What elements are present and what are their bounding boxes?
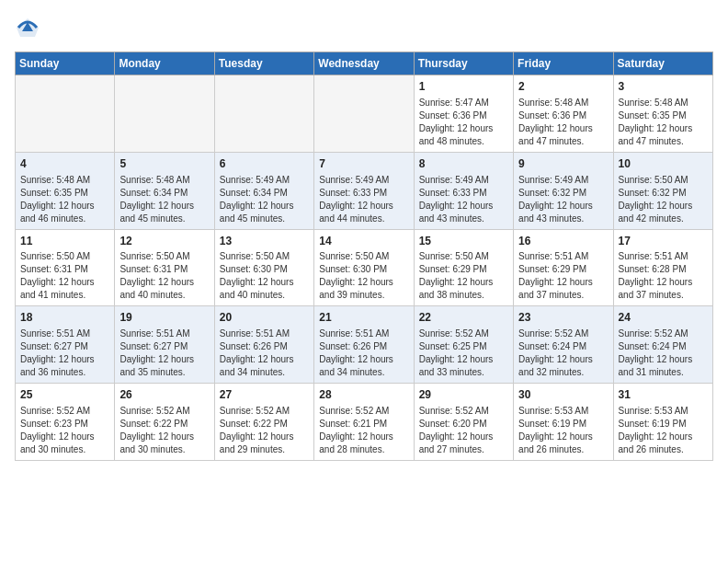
day-info: Sunrise: 5:48 AM Sunset: 6:36 PM Dayligh… xyxy=(518,97,608,148)
calendar-cell: 2Sunrise: 5:48 AM Sunset: 6:36 PM Daylig… xyxy=(514,75,613,153)
day-number: 29 xyxy=(419,387,508,403)
calendar-cell: 5Sunrise: 5:48 AM Sunset: 6:34 PM Daylig… xyxy=(115,152,214,229)
day-number: 26 xyxy=(119,387,209,403)
day-number: 20 xyxy=(220,310,309,326)
calendar-cell: 3Sunrise: 5:48 AM Sunset: 6:35 PM Daylig… xyxy=(613,75,712,153)
calendar-cell: 24Sunrise: 5:52 AM Sunset: 6:24 PM Dayli… xyxy=(613,306,712,384)
calendar-cell: 6Sunrise: 5:49 AM Sunset: 6:34 PM Daylig… xyxy=(214,152,313,229)
day-info: Sunrise: 5:50 AM Sunset: 6:31 PM Dayligh… xyxy=(119,250,209,302)
day-number: 1 xyxy=(419,79,508,95)
day-number: 24 xyxy=(619,310,708,326)
day-header-sunday: Sunday xyxy=(16,52,115,75)
day-number: 14 xyxy=(319,234,408,249)
day-number: 7 xyxy=(319,156,408,172)
day-number: 19 xyxy=(119,310,209,326)
day-number: 11 xyxy=(20,234,109,249)
day-info: Sunrise: 5:49 AM Sunset: 6:33 PM Dayligh… xyxy=(319,174,408,225)
day-number: 9 xyxy=(518,156,608,172)
calendar-cell: 20Sunrise: 5:51 AM Sunset: 6:26 PM Dayli… xyxy=(214,306,313,384)
calendar-cell: 14Sunrise: 5:50 AM Sunset: 6:30 PM Dayli… xyxy=(314,229,414,306)
day-info: Sunrise: 5:48 AM Sunset: 6:35 PM Dayligh… xyxy=(619,97,708,148)
calendar-row-5: 25Sunrise: 5:52 AM Sunset: 6:23 PM Dayli… xyxy=(16,384,713,461)
calendar-cell xyxy=(16,75,115,153)
calendar-cell: 17Sunrise: 5:51 AM Sunset: 6:28 PM Dayli… xyxy=(613,229,712,306)
calendar-cell: 26Sunrise: 5:52 AM Sunset: 6:22 PM Dayli… xyxy=(115,384,214,461)
calendar-cell xyxy=(314,75,414,153)
day-info: Sunrise: 5:52 AM Sunset: 6:24 PM Dayligh… xyxy=(518,327,608,379)
day-header-monday: Monday xyxy=(115,52,214,75)
day-info: Sunrise: 5:49 AM Sunset: 6:32 PM Dayligh… xyxy=(518,174,608,225)
calendar-cell: 23Sunrise: 5:52 AM Sunset: 6:24 PM Dayli… xyxy=(514,306,613,384)
day-info: Sunrise: 5:51 AM Sunset: 6:27 PM Dayligh… xyxy=(119,327,209,379)
day-info: Sunrise: 5:52 AM Sunset: 6:22 PM Dayligh… xyxy=(119,405,209,456)
calendar-cell: 29Sunrise: 5:52 AM Sunset: 6:20 PM Dayli… xyxy=(414,384,513,461)
day-number: 2 xyxy=(518,79,608,95)
day-number: 4 xyxy=(20,156,109,172)
day-info: Sunrise: 5:50 AM Sunset: 6:30 PM Dayligh… xyxy=(220,250,309,302)
day-number: 6 xyxy=(220,156,309,172)
day-number: 28 xyxy=(319,387,408,403)
calendar-cell xyxy=(214,75,313,153)
calendar-cell: 18Sunrise: 5:51 AM Sunset: 6:27 PM Dayli… xyxy=(16,306,115,384)
day-info: Sunrise: 5:52 AM Sunset: 6:24 PM Dayligh… xyxy=(619,327,708,379)
day-info: Sunrise: 5:51 AM Sunset: 6:26 PM Dayligh… xyxy=(220,327,309,379)
day-info: Sunrise: 5:53 AM Sunset: 6:19 PM Dayligh… xyxy=(619,405,708,456)
calendar-cell: 8Sunrise: 5:49 AM Sunset: 6:33 PM Daylig… xyxy=(414,152,513,229)
calendar-cell: 13Sunrise: 5:50 AM Sunset: 6:30 PM Dayli… xyxy=(214,229,313,306)
day-number: 12 xyxy=(119,234,209,249)
day-info: Sunrise: 5:48 AM Sunset: 6:35 PM Dayligh… xyxy=(20,174,109,225)
calendar-cell: 22Sunrise: 5:52 AM Sunset: 6:25 PM Dayli… xyxy=(414,306,513,384)
calendar-cell: 27Sunrise: 5:52 AM Sunset: 6:22 PM Dayli… xyxy=(214,384,313,461)
calendar-cell: 11Sunrise: 5:50 AM Sunset: 6:31 PM Dayli… xyxy=(16,229,115,306)
day-info: Sunrise: 5:48 AM Sunset: 6:34 PM Dayligh… xyxy=(119,174,209,225)
day-info: Sunrise: 5:50 AM Sunset: 6:30 PM Dayligh… xyxy=(319,250,408,302)
day-number: 10 xyxy=(619,156,708,172)
day-info: Sunrise: 5:52 AM Sunset: 6:22 PM Dayligh… xyxy=(220,405,309,456)
day-header-friday: Friday xyxy=(514,52,613,75)
day-info: Sunrise: 5:51 AM Sunset: 6:28 PM Dayligh… xyxy=(619,250,708,302)
day-number: 13 xyxy=(220,234,309,249)
calendar-cell: 25Sunrise: 5:52 AM Sunset: 6:23 PM Dayli… xyxy=(16,384,115,461)
day-info: Sunrise: 5:50 AM Sunset: 6:29 PM Dayligh… xyxy=(419,250,508,302)
calendar-cell: 16Sunrise: 5:51 AM Sunset: 6:29 PM Dayli… xyxy=(514,229,613,306)
calendar-cell: 19Sunrise: 5:51 AM Sunset: 6:27 PM Dayli… xyxy=(115,306,214,384)
day-info: Sunrise: 5:50 AM Sunset: 6:31 PM Dayligh… xyxy=(20,250,109,302)
calendar-row-2: 4Sunrise: 5:48 AM Sunset: 6:35 PM Daylig… xyxy=(16,152,713,229)
calendar-cell: 12Sunrise: 5:50 AM Sunset: 6:31 PM Dayli… xyxy=(115,229,214,306)
calendar-cell: 28Sunrise: 5:52 AM Sunset: 6:21 PM Dayli… xyxy=(314,384,414,461)
calendar-cell xyxy=(115,75,214,153)
day-number: 22 xyxy=(419,310,508,326)
day-number: 21 xyxy=(319,310,408,326)
day-info: Sunrise: 5:49 AM Sunset: 6:34 PM Dayligh… xyxy=(220,174,309,225)
day-info: Sunrise: 5:53 AM Sunset: 6:19 PM Dayligh… xyxy=(518,405,608,456)
day-info: Sunrise: 5:49 AM Sunset: 6:33 PM Dayligh… xyxy=(419,174,508,225)
day-number: 25 xyxy=(20,387,109,403)
day-info: Sunrise: 5:52 AM Sunset: 6:21 PM Dayligh… xyxy=(319,405,408,456)
calendar-cell: 10Sunrise: 5:50 AM Sunset: 6:32 PM Dayli… xyxy=(613,152,712,229)
day-info: Sunrise: 5:51 AM Sunset: 6:26 PM Dayligh… xyxy=(319,327,408,379)
calendar-cell: 1Sunrise: 5:47 AM Sunset: 6:36 PM Daylig… xyxy=(414,75,513,153)
calendar-cell: 21Sunrise: 5:51 AM Sunset: 6:26 PM Dayli… xyxy=(314,306,414,384)
calendar-cell: 31Sunrise: 5:53 AM Sunset: 6:19 PM Dayli… xyxy=(613,384,712,461)
calendar-cell: 7Sunrise: 5:49 AM Sunset: 6:33 PM Daylig… xyxy=(314,152,414,229)
day-info: Sunrise: 5:47 AM Sunset: 6:36 PM Dayligh… xyxy=(419,97,508,148)
calendar-row-3: 11Sunrise: 5:50 AM Sunset: 6:31 PM Dayli… xyxy=(16,229,713,306)
day-header-wednesday: Wednesday xyxy=(314,52,414,75)
day-number: 16 xyxy=(518,234,608,249)
day-number: 23 xyxy=(518,310,608,326)
logo xyxy=(15,15,44,40)
calendar-cell: 4Sunrise: 5:48 AM Sunset: 6:35 PM Daylig… xyxy=(16,152,115,229)
calendar-cell: 9Sunrise: 5:49 AM Sunset: 6:32 PM Daylig… xyxy=(514,152,613,229)
day-info: Sunrise: 5:52 AM Sunset: 6:25 PM Dayligh… xyxy=(419,327,508,379)
day-info: Sunrise: 5:51 AM Sunset: 6:27 PM Dayligh… xyxy=(20,327,109,379)
header-row: SundayMondayTuesdayWednesdayThursdayFrid… xyxy=(16,52,713,75)
day-number: 17 xyxy=(619,234,708,249)
calendar-table: SundayMondayTuesdayWednesdayThursdayFrid… xyxy=(15,52,713,461)
day-number: 30 xyxy=(518,387,608,403)
day-info: Sunrise: 5:50 AM Sunset: 6:32 PM Dayligh… xyxy=(619,174,708,225)
page-header xyxy=(15,15,713,40)
day-number: 27 xyxy=(220,387,309,403)
day-number: 8 xyxy=(419,156,508,172)
calendar-row-1: 1Sunrise: 5:47 AM Sunset: 6:36 PM Daylig… xyxy=(16,75,713,153)
day-info: Sunrise: 5:52 AM Sunset: 6:20 PM Dayligh… xyxy=(419,405,508,456)
